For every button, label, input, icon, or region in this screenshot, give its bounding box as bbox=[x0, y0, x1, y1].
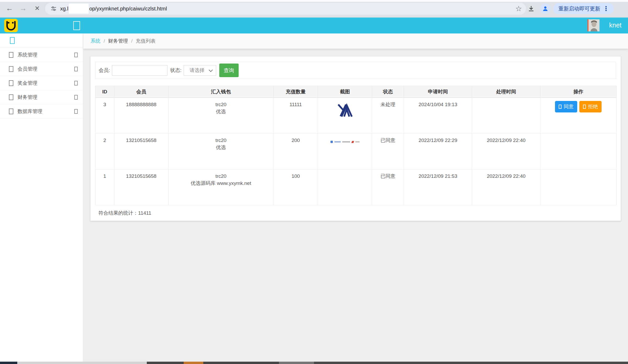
app-logo[interactable] bbox=[4, 19, 18, 32]
cell-wallet: trc20 优选 bbox=[168, 98, 273, 134]
col-wallet: 汇入钱包 bbox=[168, 86, 273, 98]
chevron-placeholder-icon bbox=[74, 109, 78, 114]
download-icon[interactable] bbox=[525, 5, 537, 12]
menu-placeholder-icon bbox=[9, 52, 13, 58]
url-prefix: xg.l bbox=[60, 6, 68, 12]
cell-actions: 同意 拒绝 bbox=[540, 98, 616, 134]
cell-amount: 11111 bbox=[273, 98, 318, 134]
sidebar-item-label: 会员管理 bbox=[18, 66, 37, 72]
menu-placeholder-icon bbox=[9, 80, 13, 86]
sidebar-item-bonus[interactable]: 奖金管理 bbox=[0, 76, 83, 90]
cell-amount: 200 bbox=[273, 134, 318, 169]
chevron-placeholder-icon bbox=[74, 95, 78, 100]
sidebar-item-system[interactable]: 系统管理 bbox=[0, 48, 83, 62]
wallet-type: trc20 bbox=[215, 138, 226, 143]
taskbar-orange-icon-edge bbox=[184, 362, 203, 364]
reject-button[interactable]: 拒绝 bbox=[579, 101, 602, 112]
cell-member: 18888888888 bbox=[114, 98, 168, 134]
breadcrumb: 系统 / 财务管理 / 充值列表 bbox=[83, 33, 628, 49]
wallet-type: trc20 bbox=[215, 102, 226, 107]
ya-logo-image[interactable] bbox=[337, 103, 353, 118]
menu-placeholder-icon bbox=[9, 94, 13, 100]
cell-member: 13210515658 bbox=[114, 134, 168, 169]
cell-process-time: 2022/12/09 22:40 bbox=[472, 134, 540, 169]
col-id: ID bbox=[96, 86, 114, 98]
approve-label: 同意 bbox=[564, 103, 574, 110]
sidebar: 系统管理 会员管理 奖金管理 财务管理 数据库管理 bbox=[0, 33, 83, 362]
status-filter-label: 状态: bbox=[170, 67, 181, 74]
cell-actions bbox=[540, 134, 616, 169]
stop-icon[interactable]: ✕ bbox=[31, 2, 43, 15]
breadcrumb-finance: 财务管理 bbox=[108, 38, 128, 44]
cell-id: 1 bbox=[96, 169, 114, 205]
sidebar-item-members[interactable]: 会员管理 bbox=[0, 62, 83, 76]
approve-button[interactable]: 同意 bbox=[555, 101, 577, 112]
menu-dots-icon[interactable]: ⋮ bbox=[600, 5, 612, 12]
cell-amount: 100 bbox=[273, 169, 318, 205]
approve-placeholder-icon bbox=[559, 105, 562, 109]
sidebar-home-link[interactable] bbox=[0, 33, 83, 48]
profile-icon[interactable] bbox=[540, 3, 551, 14]
reject-label: 拒绝 bbox=[588, 103, 598, 110]
sidebar-item-label: 奖金管理 bbox=[18, 80, 37, 87]
sidebar-item-label: 数据库管理 bbox=[18, 108, 42, 115]
col-apply-time: 申请时间 bbox=[404, 86, 472, 98]
bookmark-star-icon[interactable]: ☆ bbox=[512, 4, 525, 13]
account-name[interactable]: knet bbox=[609, 21, 621, 29]
col-status: 状态 bbox=[372, 86, 404, 98]
chrome-update-button[interactable]: 重新启动即可更新 ⋮ bbox=[553, 3, 614, 14]
table-row: 2 13210515658 trc20 优选 200 已同意 2022/12/0… bbox=[96, 134, 616, 169]
sidebar-item-finance[interactable]: 财务管理 bbox=[0, 90, 83, 104]
breadcrumb-separator: / bbox=[104, 38, 105, 44]
cell-id: 3 bbox=[96, 98, 114, 134]
recharge-list-panel: 会员: 状态: 请选择 查询 ID 会员 汇入钱包 充值数量 截图 状态 申请时… bbox=[90, 56, 621, 221]
cell-member: 13210515658 bbox=[114, 169, 168, 205]
home-placeholder-icon bbox=[10, 37, 15, 44]
table-row: 3 18888888888 trc20 优选 11111 bbox=[96, 98, 616, 134]
wallet-note: 优选源码库 www.yxymk.net bbox=[169, 180, 273, 187]
url-bar[interactable]: xg.l op/yxymknet.php/caiwu/czlst.html bbox=[45, 3, 526, 15]
table-row: 1 13210515658 trc20 优选源码库 www.yxymk.net … bbox=[96, 169, 616, 205]
cell-apply-time: 2024/10/04 19:13 bbox=[404, 98, 472, 134]
col-screenshot: 截图 bbox=[318, 86, 372, 98]
breadcrumb-current-page: 充值列表 bbox=[136, 38, 156, 44]
chevron-down-icon bbox=[209, 68, 213, 72]
chevron-placeholder-icon bbox=[74, 53, 78, 57]
menu-placeholder-icon bbox=[9, 109, 13, 114]
header-menu-placeholder-icon[interactable] bbox=[73, 21, 80, 30]
member-filter-input[interactable] bbox=[112, 65, 167, 76]
breadcrumb-separator: / bbox=[131, 38, 132, 44]
cell-wallet: trc20 优选 bbox=[168, 134, 273, 169]
chevron-placeholder-icon bbox=[74, 81, 78, 86]
menu-placeholder-icon bbox=[9, 66, 13, 72]
cell-apply-time: 2022/12/09 21:53 bbox=[404, 169, 472, 205]
query-button[interactable]: 查询 bbox=[219, 64, 239, 77]
status-select[interactable]: 请选择 bbox=[184, 65, 216, 76]
chevron-placeholder-icon bbox=[74, 67, 78, 71]
cell-status: 已同意 bbox=[372, 169, 404, 205]
sidebar-item-label: 系统管理 bbox=[18, 52, 37, 58]
member-filter-label: 会员: bbox=[99, 67, 110, 74]
taskbar-strip bbox=[0, 362, 628, 364]
sidebar-item-database[interactable]: 数据库管理 bbox=[0, 104, 83, 118]
wallet-note: 优选 bbox=[169, 108, 273, 115]
cell-id: 2 bbox=[96, 134, 114, 169]
avatar[interactable] bbox=[587, 19, 599, 31]
cell-apply-time: 2022/12/09 22:29 bbox=[404, 134, 472, 169]
site-settings-icon[interactable] bbox=[51, 6, 57, 12]
forward-icon[interactable]: → bbox=[17, 2, 29, 15]
col-amount: 充值数量 bbox=[273, 86, 318, 98]
recharge-table: ID 会员 汇入钱包 充值数量 截图 状态 申请时间 处理时间 操作 3 188… bbox=[95, 86, 616, 205]
breadcrumb-system-link[interactable]: 系统 bbox=[91, 38, 100, 44]
browser-toolbar: ← → ✕ xg.l op/yxymknet.php/caiwu/czlst.h… bbox=[0, 0, 628, 17]
back-icon[interactable]: ← bbox=[3, 2, 16, 15]
filter-bar: 会员: 状态: 请选择 查询 bbox=[95, 62, 616, 79]
cell-process-time: 2022/12/09 22:40 bbox=[472, 169, 540, 205]
status-select-value: 请选择 bbox=[190, 67, 205, 74]
url-redacted-box bbox=[69, 4, 89, 14]
cell-screenshot bbox=[318, 98, 372, 134]
screenshot-thumbnail[interactable] bbox=[330, 140, 360, 144]
wallet-note: 优选 bbox=[169, 144, 273, 151]
sidebar-item-label: 财务管理 bbox=[18, 94, 37, 101]
cell-wallet: trc20 优选源码库 www.yxymk.net bbox=[168, 169, 273, 205]
